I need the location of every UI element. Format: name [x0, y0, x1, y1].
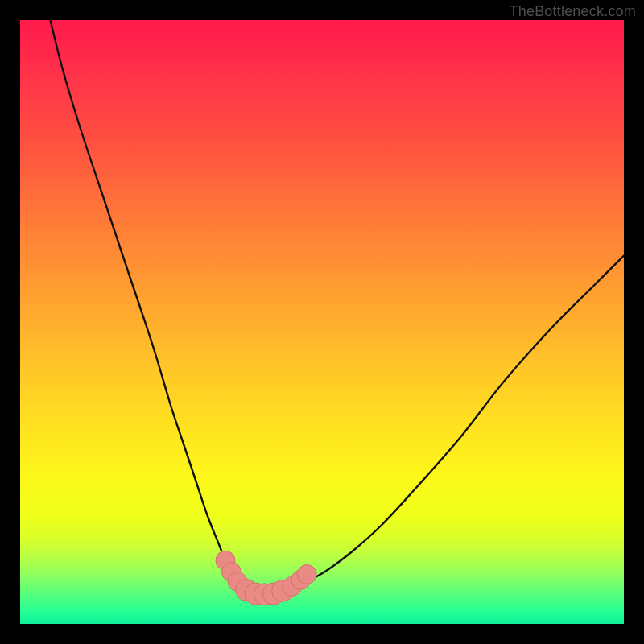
curve-group — [51, 20, 625, 594]
valley-marker — [297, 565, 316, 584]
curve-right-branch — [286, 256, 624, 592]
watermark-text: TheBottleneck.com — [510, 3, 636, 20]
chart-frame — [20, 20, 624, 624]
marker-group — [216, 551, 316, 605]
chart-svg — [20, 20, 624, 624]
curve-left-branch — [51, 20, 250, 592]
